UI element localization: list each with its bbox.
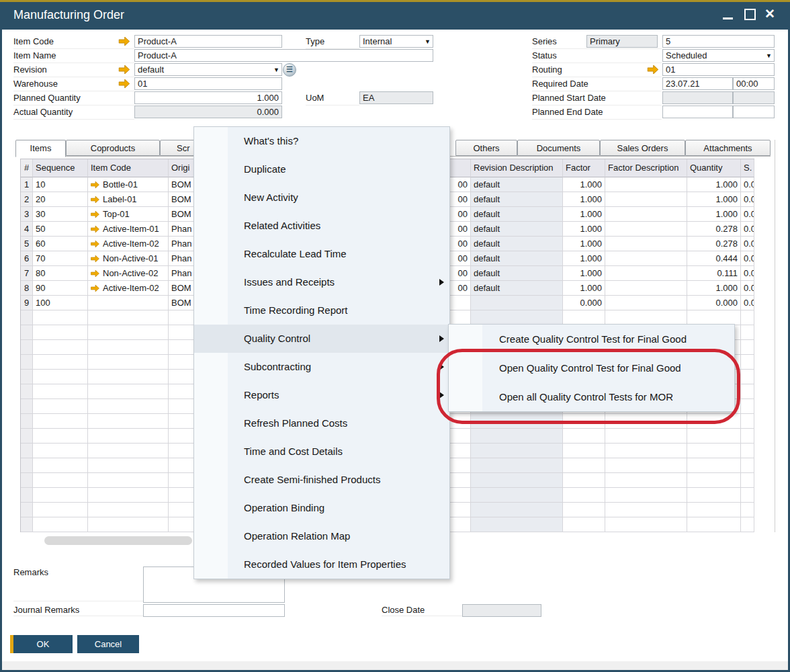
- link-arrow-icon[interactable]: [91, 270, 99, 277]
- table-cell[interactable]: [21, 310, 33, 325]
- table-cell[interactable]: [563, 503, 605, 517]
- table-cell[interactable]: 1.000: [563, 237, 605, 251]
- table-cell[interactable]: [605, 310, 687, 325]
- tab-documents[interactable]: Documents: [517, 140, 600, 156]
- table-cell[interactable]: [605, 429, 687, 444]
- table-cell[interactable]: [21, 325, 33, 340]
- table-cell[interactable]: [471, 429, 563, 444]
- table-cell[interactable]: 0.0: [741, 281, 754, 296]
- table-cell[interactable]: [605, 458, 687, 473]
- table-cell[interactable]: default: [471, 192, 563, 207]
- menu-item-duplicate[interactable]: Duplicate: [194, 155, 449, 183]
- table-cell[interactable]: [88, 340, 169, 355]
- item-name-field[interactable]: Product-A: [134, 49, 433, 62]
- table-cell[interactable]: [33, 310, 88, 325]
- column-header[interactable]: Sequence: [33, 159, 88, 177]
- table-cell[interactable]: 1.000: [563, 266, 605, 281]
- table-cell[interactable]: 1.000: [563, 207, 605, 222]
- table-cell[interactable]: [687, 503, 741, 517]
- table-cell[interactable]: Label-01: [88, 192, 169, 207]
- table-cell[interactable]: [21, 473, 33, 488]
- table-cell[interactable]: 0.0: [741, 251, 754, 266]
- table-cell[interactable]: [605, 503, 687, 517]
- table-cell[interactable]: 3: [21, 207, 33, 222]
- ok-button[interactable]: OK: [10, 635, 73, 653]
- table-cell[interactable]: [21, 399, 33, 414]
- table-cell[interactable]: [563, 444, 605, 458]
- table-cell[interactable]: [33, 355, 88, 370]
- table-cell[interactable]: [33, 340, 88, 355]
- status-dropdown[interactable]: Scheduled▼: [662, 49, 775, 62]
- minimize-icon[interactable]: [723, 17, 733, 19]
- revision-list-icon[interactable]: ☰: [283, 63, 296, 77]
- table-cell[interactable]: [741, 503, 754, 517]
- planned-end-time-field[interactable]: [733, 106, 775, 118]
- table-cell[interactable]: [33, 517, 88, 532]
- menu-item-refresh-planned-costs[interactable]: Refresh Planned Costs: [194, 409, 449, 437]
- link-arrow-icon[interactable]: [91, 255, 99, 262]
- table-cell[interactable]: [21, 517, 33, 532]
- table-cell[interactable]: [687, 458, 741, 473]
- column-header[interactable]: Factor: [563, 159, 605, 177]
- table-cell[interactable]: [687, 444, 741, 458]
- column-header[interactable]: S.: [741, 159, 754, 177]
- table-cell[interactable]: [21, 444, 33, 458]
- table-cell[interactable]: 0.444: [687, 251, 741, 266]
- table-cell[interactable]: 80: [33, 266, 88, 281]
- table-cell[interactable]: 0.0: [741, 177, 754, 192]
- table-cell[interactable]: [33, 399, 88, 414]
- table-cell[interactable]: 0.278: [687, 237, 741, 251]
- tab-others[interactable]: Others: [455, 140, 517, 156]
- table-cell[interactable]: [563, 458, 605, 473]
- table-cell[interactable]: [605, 222, 687, 237]
- table-cell[interactable]: [471, 473, 563, 488]
- table-cell[interactable]: [605, 473, 687, 488]
- column-header[interactable]: Revision Description: [471, 159, 563, 177]
- menu-item-create-semi-finished-products[interactable]: Create Semi-finished Products: [194, 466, 449, 494]
- table-cell[interactable]: 0.0: [741, 207, 754, 222]
- table-cell[interactable]: 1.000: [563, 222, 605, 237]
- link-arrow-icon[interactable]: [118, 79, 130, 88]
- table-cell[interactable]: Active-Item-02: [88, 237, 169, 251]
- table-cell[interactable]: [687, 473, 741, 488]
- routing-field[interactable]: 01: [662, 63, 775, 76]
- table-cell[interactable]: [741, 517, 754, 532]
- table-cell[interactable]: 5: [21, 237, 33, 251]
- table-cell[interactable]: [88, 473, 169, 488]
- table-cell[interactable]: [21, 384, 33, 399]
- table-cell[interactable]: [563, 473, 605, 488]
- journal-remarks-input[interactable]: [143, 604, 285, 617]
- table-cell[interactable]: 1.000: [687, 207, 741, 222]
- menu-item-what-s-this-[interactable]: What's this?: [194, 127, 449, 155]
- table-cell[interactable]: default: [471, 237, 563, 251]
- table-cell[interactable]: [88, 444, 169, 458]
- table-cell[interactable]: 0.111: [687, 266, 741, 281]
- table-cell[interactable]: [33, 325, 88, 340]
- table-cell[interactable]: 1.000: [687, 192, 741, 207]
- table-cell[interactable]: [741, 444, 754, 458]
- table-cell[interactable]: [471, 310, 563, 325]
- menu-item-new-activity[interactable]: New Activity: [194, 183, 449, 212]
- table-cell[interactable]: [605, 237, 687, 251]
- table-cell[interactable]: [741, 370, 754, 384]
- table-cell[interactable]: [741, 429, 754, 444]
- table-cell[interactable]: [21, 458, 33, 473]
- table-cell[interactable]: [88, 310, 169, 325]
- table-cell[interactable]: [33, 370, 88, 384]
- revision-dropdown[interactable]: default▼: [134, 63, 282, 76]
- link-arrow-icon[interactable]: [118, 37, 130, 46]
- table-cell[interactable]: [605, 296, 687, 310]
- table-cell[interactable]: [471, 488, 563, 503]
- table-cell[interactable]: [33, 444, 88, 458]
- table-cell[interactable]: 9: [21, 296, 33, 310]
- column-header[interactable]: #: [21, 159, 33, 177]
- table-cell[interactable]: [88, 325, 169, 340]
- close-icon[interactable]: ✕: [764, 5, 775, 23]
- maximize-icon[interactable]: [744, 9, 756, 20]
- table-cell[interactable]: 10: [33, 177, 88, 192]
- table-cell[interactable]: 7: [21, 266, 33, 281]
- menu-item-reports[interactable]: Reports: [194, 381, 449, 409]
- table-cell[interactable]: [33, 429, 88, 444]
- table-cell[interactable]: [605, 517, 687, 532]
- table-cell[interactable]: [88, 458, 169, 473]
